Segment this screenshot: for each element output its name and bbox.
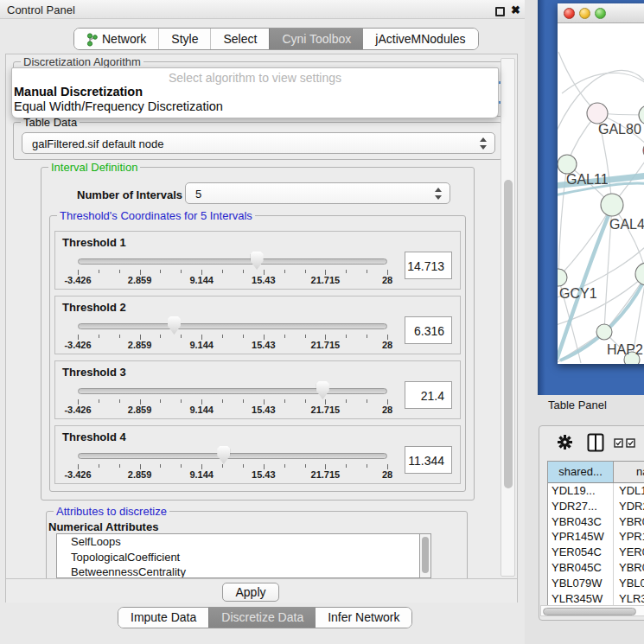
attribute-list-item[interactable]: SelfLoops — [57, 534, 419, 550]
table-row[interactable]: YDL19...YDL1 — [548, 483, 644, 499]
threshold-slider-thumb[interactable] — [251, 252, 264, 270]
network-icon — [86, 32, 98, 46]
cell-shared-name[interactable]: YBR045C — [548, 560, 614, 576]
apply-button[interactable]: Apply — [222, 583, 279, 602]
node-label-gal4: GAL4 — [609, 217, 644, 232]
panel-vertical-scrollbar[interactable] — [501, 58, 515, 577]
tab-jactivemnodules[interactable]: jActiveMNodules — [363, 29, 477, 49]
scale-label: 28 — [382, 405, 392, 415]
column-split-icon[interactable] — [587, 433, 604, 452]
column-header-name[interactable]: na — [614, 462, 644, 482]
cell-name[interactable]: YDL1 — [614, 483, 644, 499]
threshold-label: Threshold 2 — [62, 301, 126, 314]
table-data-combobox-value: galFiltered.sif default node — [32, 137, 163, 150]
cell-shared-name[interactable]: YER054C — [548, 545, 614, 560]
tab-infer-network[interactable]: Infer Network — [316, 608, 411, 628]
threshold-panel-1: Threshold 1-3.4262.8599.14415.4321.71528… — [54, 231, 461, 290]
scale-label: -3.426 — [64, 469, 91, 480]
zoom-traffic-light-icon[interactable] — [595, 8, 606, 19]
threshold-slider-thumb[interactable] — [217, 446, 230, 464]
table-row[interactable]: YBL079WYBL0 — [548, 576, 644, 591]
cell-shared-name[interactable]: YDR27... — [548, 499, 614, 514]
discretization-content: Discretization Algorithm Table Data galF… — [6, 54, 517, 578]
cell-shared-name[interactable]: YBL079W — [548, 576, 614, 591]
tab-style[interactable]: Style — [158, 29, 210, 49]
group-title-discretization-algorithm: Discretization Algorithm — [21, 55, 143, 68]
table-row[interactable]: YDR27...YDR2 — [548, 499, 644, 514]
checkbox-icon[interactable] — [626, 438, 635, 448]
cell-name[interactable]: YBL0 — [614, 576, 644, 591]
network-node-gcy1[interactable] — [558, 269, 567, 286]
threshold-slider-track[interactable] — [78, 258, 387, 265]
threshold-panel-4: Threshold 4-3.4262.8599.14415.4321.71528… — [54, 425, 461, 484]
tab-discretize-data[interactable]: Discretize Data — [208, 608, 316, 628]
table-row[interactable]: YER054CYER0 — [548, 545, 644, 560]
threshold-slider-thumb[interactable] — [168, 316, 181, 335]
number-of-intervals-combobox[interactable]: 5 — [185, 182, 450, 204]
numerical-attributes-list[interactable]: SelfLoopsTopologicalCoefficientBetweenne… — [56, 533, 419, 578]
attributes-list-scrollbar[interactable] — [419, 533, 431, 578]
group-title-interval-definition: Interval Definition — [48, 161, 140, 174]
threshold-value-field[interactable]: 11.344 — [405, 446, 452, 474]
threshold-label: Threshold 4 — [62, 430, 126, 443]
tab-cyni-toolbox[interactable]: Cyni Toolbox — [269, 29, 363, 49]
cell-shared-name[interactable]: YLR345W — [548, 591, 614, 607]
cell-name[interactable]: YPR1 — [614, 529, 644, 545]
checkbox-icon[interactable] — [614, 438, 623, 448]
scale-label: 21.715 — [311, 275, 341, 285]
threshold-label: Threshold 3 — [62, 366, 126, 379]
gear-icon[interactable] — [558, 435, 572, 450]
tab-impute-data[interactable]: Impute Data — [118, 608, 208, 628]
tab-select[interactable]: Select — [210, 29, 269, 49]
threshold-slider-track[interactable] — [78, 453, 387, 459]
cell-shared-name[interactable]: YPR145W — [548, 529, 614, 545]
column-header-shared-name[interactable]: shared... — [548, 462, 614, 482]
cell-name[interactable]: YLR3 — [614, 591, 644, 607]
cell-name[interactable]: YER0 — [614, 545, 644, 560]
node-attribute-table[interactable]: shared... na YDL19...YDL1YDR27...YDR2YBR… — [547, 461, 644, 609]
tab-label: Cyni Toolbox — [282, 29, 351, 50]
cell-shared-name[interactable]: YDL19... — [548, 483, 614, 499]
float-window-icon[interactable] — [495, 7, 505, 16]
network-node-gal4[interactable] — [601, 194, 623, 216]
cell-name[interactable]: YDR2 — [614, 499, 644, 514]
network-canvas[interactable]: GAL80GAL11GAL4GCY1HHAP2GAC — [558, 23, 644, 364]
threshold-value-field[interactable]: 6.316 — [405, 316, 452, 344]
cell-name[interactable]: YBR0 — [614, 560, 644, 576]
network-node-gal11[interactable] — [558, 155, 577, 174]
minimize-traffic-light-icon[interactable] — [579, 8, 590, 19]
network-node-gal80[interactable] — [587, 103, 608, 124]
close-icon[interactable]: ✖ — [511, 3, 520, 16]
scale-label: -3.426 — [64, 275, 91, 285]
attributes-list-scrollbar-thumb[interactable] — [422, 537, 429, 573]
table-rows: YDL19...YDL1YDR27...YDR2YBR043CYBR0YPR14… — [548, 483, 644, 609]
dropdown-option-manual-discretization[interactable]: Manual Discretization — [12, 85, 498, 99]
panel-vertical-scrollbar-thumb[interactable] — [504, 180, 513, 488]
close-traffic-light-icon[interactable] — [564, 8, 575, 19]
table-row[interactable]: YLR345WYLR3 — [548, 591, 644, 607]
cell-name[interactable]: YBR0 — [614, 514, 644, 530]
threshold-value-field[interactable]: 14.713 — [405, 252, 452, 279]
threshold-slider-track[interactable] — [78, 388, 387, 394]
network-node-hap2[interactable] — [596, 324, 612, 340]
attribute-list-item[interactable]: TopologicalCoefficient — [57, 550, 419, 565]
table-row[interactable]: YPR145WYPR1 — [548, 529, 644, 545]
dropdown-option-equal-width-frequency-discretization[interactable]: Equal Width/Frequency Discretization — [12, 99, 498, 114]
scale-label: 28 — [382, 340, 392, 350]
tab-network[interactable]: Network — [74, 29, 158, 49]
table-horizontal-scrollbar[interactable] — [540, 605, 644, 616]
scale-label: -3.426 — [64, 405, 91, 415]
tab-label: Infer Network — [328, 607, 399, 628]
attribute-list-item[interactable]: BetweennessCentrality — [57, 564, 419, 578]
threshold-slider-thumb[interactable] — [316, 381, 329, 399]
scale-label: 9.144 — [189, 469, 214, 480]
threshold-value-field[interactable]: 21.4 — [405, 381, 452, 409]
table-row[interactable]: YBR043CYBR0 — [548, 514, 644, 530]
table-horizontal-scrollbar-thumb[interactable] — [543, 608, 636, 615]
table-data-combobox[interactable]: galFiltered.sif default node — [22, 132, 495, 154]
cyni-mode-tabbar: Impute DataDiscretize DataInfer Network — [118, 607, 412, 628]
cell-shared-name[interactable]: YBR043C — [548, 514, 614, 530]
control-panel-titlebar: Control Panel ✖ — [0, 0, 526, 19]
table-row[interactable]: YBR045CYBR0 — [548, 560, 644, 576]
threshold-slider-track[interactable] — [78, 323, 387, 329]
